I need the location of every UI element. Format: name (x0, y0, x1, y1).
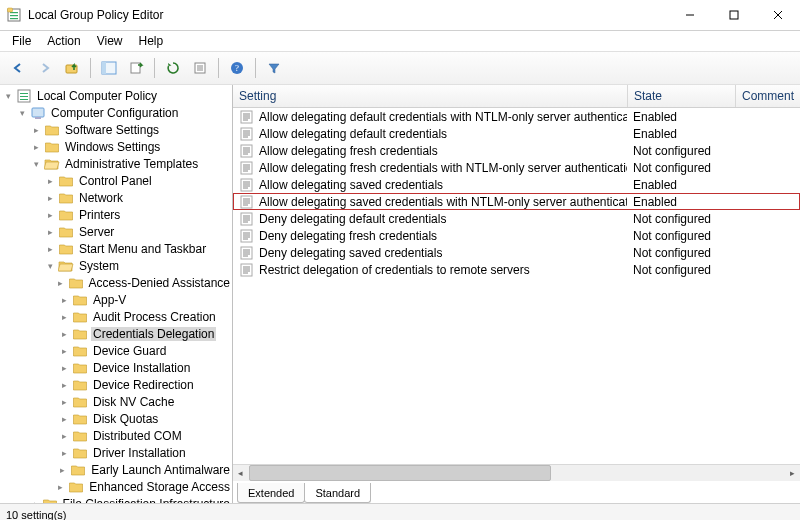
expand-icon[interactable]: ▸ (56, 292, 72, 308)
collapse-icon[interactable]: ▾ (0, 88, 16, 104)
menu-file[interactable]: File (4, 32, 39, 50)
minimize-button[interactable] (668, 1, 712, 29)
tree-root[interactable]: ▾Local Computer Policy (0, 87, 232, 104)
expand-icon[interactable]: ▸ (53, 275, 68, 291)
setting-state: Not configured (627, 212, 734, 226)
expand-icon[interactable]: ▸ (56, 343, 72, 359)
tree-device-installation[interactable]: ▸Device Installation (0, 359, 232, 376)
filter-button[interactable] (262, 56, 286, 80)
tree-driver-installation[interactable]: ▸Driver Installation (0, 444, 232, 461)
tab-standard[interactable]: Standard (304, 483, 371, 503)
setting-state: Not configured (627, 246, 734, 260)
list-row[interactable]: Deny delegating fresh credentialsNot con… (233, 227, 800, 244)
tab-extended[interactable]: Extended (237, 483, 305, 503)
titlebar: Local Group Policy Editor (0, 0, 800, 31)
tree-distributed-com[interactable]: ▸Distributed COM (0, 427, 232, 444)
tree-network[interactable]: ▸Network (0, 189, 232, 206)
expand-icon[interactable]: ▸ (56, 309, 72, 325)
tree-label: Driver Installation (91, 446, 188, 460)
column-header-comment[interactable]: Comment (736, 85, 800, 107)
tree-enhanced-storage-access[interactable]: ▸Enhanced Storage Access (0, 478, 232, 495)
tree-label: File Classification Infrastructure (61, 497, 232, 504)
tree-early-launch-antimalware[interactable]: ▸Early Launch Antimalware (0, 461, 232, 478)
properties-button[interactable] (188, 56, 212, 80)
refresh-button[interactable] (161, 56, 185, 80)
svg-rect-55 (241, 213, 252, 225)
tree-file-classification-infrastructure[interactable]: ▸File Classification Infrastructure (0, 495, 232, 503)
expand-icon[interactable]: ▸ (32, 496, 41, 504)
tree-label: Windows Settings (63, 140, 162, 154)
collapse-icon[interactable]: ▾ (42, 258, 58, 274)
expand-icon[interactable]: ▸ (56, 428, 72, 444)
column-header-setting[interactable]: Setting (233, 85, 628, 107)
svg-rect-22 (20, 99, 28, 100)
list-row[interactable]: Restrict delegation of credentials to re… (233, 261, 800, 278)
list-body[interactable]: Allow delegating default credentials wit… (233, 108, 800, 464)
export-list-button[interactable] (124, 56, 148, 80)
expand-icon[interactable]: ▸ (56, 394, 72, 410)
expand-icon[interactable]: ▸ (42, 207, 58, 223)
list-row[interactable]: Allow delegating fresh credentialsNot co… (233, 142, 800, 159)
tree-label: App-V (91, 293, 128, 307)
list-row[interactable]: Allow delegating saved credentials with … (233, 193, 800, 210)
back-button[interactable] (6, 56, 30, 80)
tree-label: Administrative Templates (63, 157, 200, 171)
expand-icon[interactable]: ▸ (42, 224, 58, 240)
tree-pane[interactable]: ▾Local Computer Policy▾Computer Configur… (0, 85, 233, 503)
tree-computer-configuration[interactable]: ▾Computer Configuration (0, 104, 232, 121)
tree-server[interactable]: ▸Server (0, 223, 232, 240)
tree-device-guard[interactable]: ▸Device Guard (0, 342, 232, 359)
list-row[interactable]: Deny delegating default credentialsNot c… (233, 210, 800, 227)
tree-administrative-templates[interactable]: ▾Administrative Templates (0, 155, 232, 172)
expand-icon[interactable]: ▸ (42, 173, 58, 189)
expand-icon[interactable]: ▸ (56, 377, 72, 393)
help-button[interactable]: ? (225, 56, 249, 80)
tree-start-menu-and-taskbar[interactable]: ▸Start Menu and Taskbar (0, 240, 232, 257)
tree-control-panel[interactable]: ▸Control Panel (0, 172, 232, 189)
list-row[interactable]: Allow delegating fresh credentials with … (233, 159, 800, 176)
menu-action[interactable]: Action (39, 32, 88, 50)
tree-system[interactable]: ▾System (0, 257, 232, 274)
horizontal-scrollbar[interactable]: ◂ ▸ (233, 464, 800, 481)
close-button[interactable] (756, 1, 800, 29)
list-row[interactable]: Allow delegating default credentialsEnab… (233, 125, 800, 142)
scroll-right-icon[interactable]: ▸ (784, 465, 800, 481)
tree-device-redirection[interactable]: ▸Device Redirection (0, 376, 232, 393)
statusbar: 10 setting(s) (0, 503, 800, 520)
up-button[interactable] (60, 56, 84, 80)
menu-view[interactable]: View (89, 32, 131, 50)
maximize-button[interactable] (712, 1, 756, 29)
expand-icon[interactable]: ▸ (56, 411, 72, 427)
tree-disk-quotas[interactable]: ▸Disk Quotas (0, 410, 232, 427)
expand-icon[interactable]: ▸ (56, 360, 72, 376)
expand-icon[interactable]: ▸ (56, 326, 72, 342)
expand-icon[interactable]: ▸ (28, 122, 44, 138)
tree-printers[interactable]: ▸Printers (0, 206, 232, 223)
expand-icon[interactable]: ▸ (42, 241, 58, 257)
tree-access-denied-assistance[interactable]: ▸Access-Denied Assistance (0, 274, 232, 291)
expand-icon[interactable]: ▸ (56, 445, 72, 461)
list-row[interactable]: Allow delegating saved credentialsEnable… (233, 176, 800, 193)
menu-help[interactable]: Help (131, 32, 172, 50)
tree-label: Access-Denied Assistance (87, 276, 232, 290)
tree-software-settings[interactable]: ▸Software Settings (0, 121, 232, 138)
tree-credentials-delegation[interactable]: ▸Credentials Delegation (0, 325, 232, 342)
list-row[interactable]: Deny delegating saved credentialsNot con… (233, 244, 800, 261)
column-header-state[interactable]: State (628, 85, 736, 107)
expand-icon[interactable]: ▸ (28, 139, 44, 155)
expand-icon[interactable]: ▸ (55, 462, 71, 478)
tree-disk-nv-cache[interactable]: ▸Disk NV Cache (0, 393, 232, 410)
tree-windows-settings[interactable]: ▸Windows Settings (0, 138, 232, 155)
collapse-icon[interactable]: ▾ (14, 105, 30, 121)
list-row[interactable]: Allow delegating default credentials wit… (233, 108, 800, 125)
show-hide-tree-button[interactable] (97, 56, 121, 80)
forward-button[interactable] (33, 56, 57, 80)
expand-icon[interactable]: ▸ (42, 190, 58, 206)
expand-icon[interactable]: ▸ (53, 479, 68, 495)
tree-audit-process-creation[interactable]: ▸Audit Process Creation (0, 308, 232, 325)
scroll-left-icon[interactable]: ◂ (233, 465, 249, 481)
tree-app-v[interactable]: ▸App-V (0, 291, 232, 308)
svg-rect-21 (20, 96, 28, 97)
collapse-icon[interactable]: ▾ (28, 156, 44, 172)
scroll-thumb[interactable] (249, 465, 551, 481)
